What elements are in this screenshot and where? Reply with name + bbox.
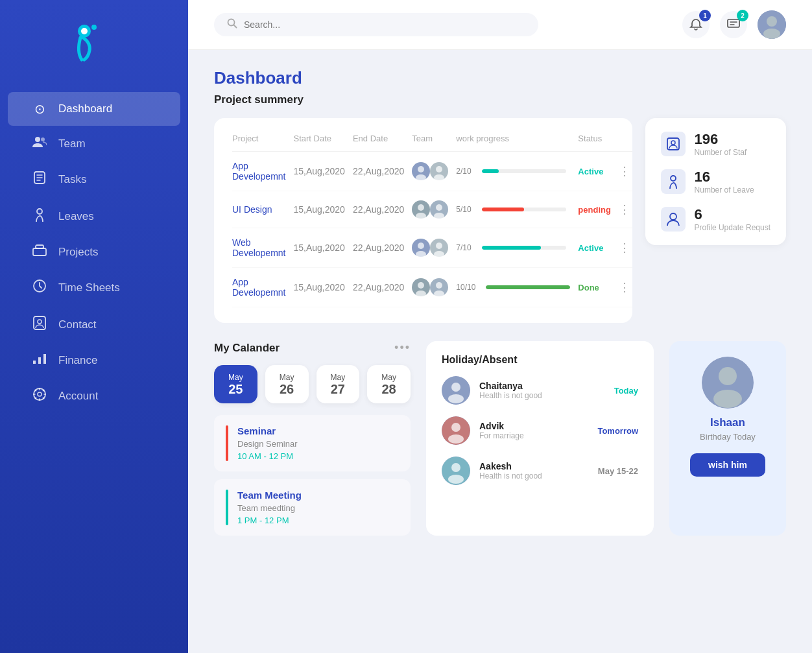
logo — [71, 19, 117, 65]
event-subtitle: Design Seminar — [237, 439, 298, 449]
user-avatar-button[interactable] — [758, 10, 786, 39]
table-row: App Developemnt 15,Aug,2020 22,Aug,2020 … — [232, 152, 632, 191]
holiday-date: Today — [614, 386, 638, 396]
event-card: Team Meeting Team meedting 1 PM - 12 PM — [214, 479, 411, 536]
svg-point-38 — [436, 243, 442, 249]
sidebar-item-projects[interactable]: Projects — [8, 235, 180, 268]
row-more-button[interactable]: ⋮ — [619, 281, 631, 294]
holiday-info: Aakesh Health is not good — [479, 461, 589, 481]
holiday-reason: For marriage — [479, 431, 588, 440]
calendar-day-button[interactable]: May27 — [316, 365, 360, 403]
stat-staff: 196 Number of Staf — [661, 131, 770, 157]
holiday-items: Chaitanya Health is not good Today Advik… — [442, 376, 638, 485]
event-time: 1 PM - 12 PM — [237, 516, 302, 525]
notification-badge: 1 — [699, 10, 711, 21]
sidebar: ⊙ Dashboard Team Tasks Leaves Projects — [0, 0, 188, 653]
svg-point-49 — [670, 213, 676, 220]
col-start: Start Date — [294, 134, 353, 152]
holiday-date: May 15-22 — [598, 466, 638, 476]
sidebar-item-label: Account — [58, 390, 98, 403]
message-button[interactable]: 2 — [720, 11, 747, 38]
row-more-button[interactable]: ⋮ — [619, 165, 631, 178]
wish-button[interactable]: wish him — [690, 453, 765, 477]
holiday-item: Chaitanya Health is not good Today — [442, 376, 638, 405]
svg-rect-13 — [38, 357, 41, 364]
bottom-row: My Calander ••• May25May26May27May28 Sem… — [214, 341, 786, 536]
sidebar-item-account[interactable]: Account — [8, 378, 180, 414]
svg-point-41 — [418, 282, 424, 289]
holiday-reason: Health is not good — [479, 471, 589, 481]
row-more-button[interactable]: ⋮ — [619, 241, 631, 254]
event-title: Team Meeting — [237, 490, 302, 501]
svg-point-23 — [418, 166, 424, 172]
svg-point-32 — [436, 204, 442, 211]
topbar-icons: 1 2 — [682, 10, 786, 39]
search-input[interactable] — [244, 19, 525, 30]
end-date: 22,Aug,2020 — [353, 228, 412, 268]
calendar-day-button[interactable]: May25 — [214, 365, 257, 403]
holiday-section: Holiday/Absent Chaitanya Health is not g… — [426, 341, 654, 536]
end-date: 22,Aug,2020 — [353, 268, 412, 307]
team-avatars — [412, 152, 456, 191]
table-row: Web Developemnt 15,Aug,2020 22,Aug,2020 … — [232, 228, 632, 268]
sidebar-item-timesheets[interactable]: Time Sheets — [8, 270, 180, 305]
svg-point-57 — [451, 463, 460, 472]
sidebar-item-label: Leaves — [58, 210, 94, 223]
sidebar-item-dashboard[interactable]: ⊙ Dashboard — [8, 92, 180, 126]
topbar: 1 2 — [188, 0, 812, 50]
event-title: Seminar — [237, 425, 298, 436]
svg-point-16 — [38, 392, 42, 396]
sidebar-nav: ⊙ Dashboard Team Tasks Leaves Projects — [0, 91, 188, 415]
holiday-name: Chaitanya — [479, 381, 605, 391]
start-date: 15,Aug,2020 — [294, 191, 353, 228]
sidebar-item-label: Finance — [58, 354, 97, 367]
project-summary-title: Project summery — [214, 93, 786, 106]
sidebar-item-tasks[interactable]: Tasks — [8, 161, 180, 197]
leave-count: 16 — [695, 169, 754, 185]
profile-icon — [661, 207, 686, 232]
svg-point-6 — [37, 209, 42, 214]
holiday-item: Advik For marriage Tomorrow — [442, 416, 638, 445]
svg-rect-8 — [36, 245, 43, 248]
event-subtitle: Team meedting — [237, 503, 302, 513]
birthday-card: Ishaan Birthday Today wish him — [669, 341, 786, 536]
calendar-day-button[interactable]: May26 — [265, 365, 309, 403]
svg-point-2 — [91, 25, 97, 30]
project-name[interactable]: UI Design — [232, 204, 272, 215]
sidebar-item-finance[interactable]: Finance — [8, 344, 180, 377]
svg-point-58 — [448, 475, 464, 484]
notification-button[interactable]: 1 — [682, 11, 710, 38]
calendar-day-button[interactable]: May28 — [367, 365, 411, 403]
svg-point-11 — [38, 320, 42, 324]
project-name[interactable]: App Developemnt — [232, 277, 286, 298]
table-row: App Developemnt 15,Aug,2020 22,Aug,2020 … — [232, 268, 632, 307]
sidebar-item-leaves[interactable]: Leaves — [8, 198, 180, 234]
calendar-header: My Calander ••• — [214, 341, 411, 355]
work-progress: 2/10 — [456, 152, 578, 191]
event-card: Seminar Design Seminar 10 AM - 12 PM — [214, 415, 411, 471]
sidebar-item-label: Projects — [58, 246, 98, 259]
svg-point-20 — [767, 16, 777, 27]
sidebar-item-label: Dashboard — [58, 102, 112, 115]
project-section: Project Start Date End Date Team work pr… — [214, 118, 632, 323]
search-box[interactable] — [214, 13, 538, 36]
svg-point-3 — [35, 137, 40, 142]
status-badge: pending — [578, 205, 611, 215]
col-status: Status — [578, 134, 619, 152]
calendar-more-button[interactable]: ••• — [394, 341, 411, 355]
col-progress: work progress — [456, 134, 578, 152]
holiday-reason: Health is not good — [479, 391, 605, 400]
project-name[interactable]: App Developemnt — [232, 161, 286, 182]
row-more-button[interactable]: ⋮ — [619, 203, 631, 216]
holiday-name: Aakesh — [479, 461, 589, 471]
event-time: 10 AM - 12 PM — [237, 451, 298, 461]
svg-point-29 — [418, 204, 424, 211]
stats-card: 196 Number of Staf 16 Number of Leave — [645, 118, 786, 245]
holiday-item: Aakesh Health is not good May 15-22 — [442, 457, 638, 485]
holiday-avatar — [442, 376, 470, 405]
sidebar-item-contact[interactable]: Contact — [8, 307, 180, 342]
sidebar-item-team[interactable]: Team — [8, 127, 180, 160]
project-name[interactable]: Web Developemnt — [232, 237, 286, 258]
holiday-info: Chaitanya Health is not good — [479, 381, 605, 400]
status-badge: Active — [578, 243, 603, 253]
